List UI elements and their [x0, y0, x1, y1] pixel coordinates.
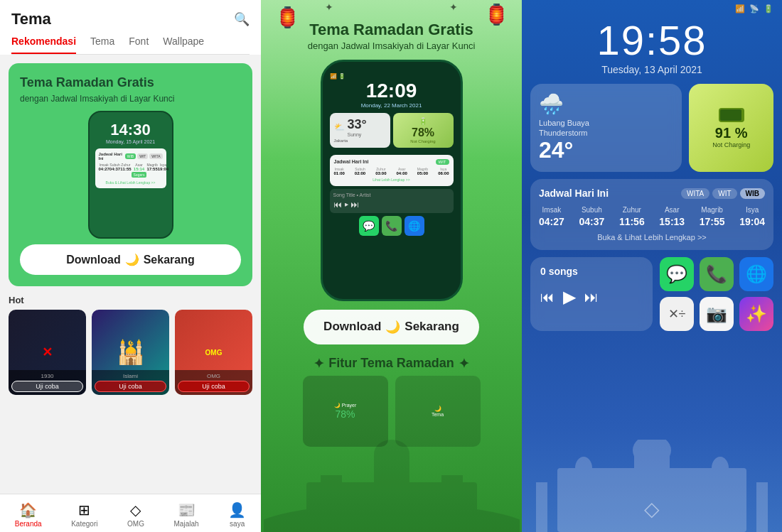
- app-row-1: 💬 📞 🌐: [660, 257, 773, 291]
- battery-status-right: Not Charging: [712, 141, 750, 148]
- app-maps[interactable]: 🌐: [739, 257, 773, 291]
- tab-wallpaper[interactable]: Wallpape: [163, 36, 204, 54]
- badge-wita[interactable]: WITA: [149, 153, 162, 159]
- app-icons-right: 💬 📞 🌐 ✕÷ 📷 ✨: [660, 257, 773, 331]
- hot-item-2: 🕌 Islami Uji coba: [92, 310, 169, 395]
- svg-rect-14: [756, 482, 768, 532]
- nav-omg[interactable]: ◇ OMG: [122, 500, 150, 529]
- phone-time-left: 14:30: [110, 121, 150, 139]
- phone-mockup-left: 14:30 Monday, 15 April 2021 Jadwal Hari …: [88, 111, 173, 239]
- app-camera[interactable]: 📷: [700, 297, 734, 331]
- wifi-icon-right: 📡: [749, 4, 759, 13]
- moon-icon-mid: 🌙: [385, 320, 400, 335]
- mosque-silhouette-mid: [261, 440, 522, 532]
- prayer-link-left[interactable]: Buka & Lihat Lebih Lengkap >>: [99, 180, 163, 185]
- right-panel: 📶 📡 🔋 19:58 Tuesday, 13 April 2021 🌧️ Lu…: [522, 0, 782, 532]
- diamond-nav-icon: ◇: [130, 501, 141, 519]
- nav-majalah[interactable]: 📰 Majalah: [168, 500, 205, 529]
- badge-wib[interactable]: WIB: [125, 153, 136, 159]
- battery-widget-right: 91 % Not Charging: [689, 84, 773, 172]
- nav-kategori[interactable]: ⊞ Kategori: [65, 500, 103, 529]
- weather-widget-mid: ⛅ 33° Sunny Jakarta: [330, 113, 390, 148]
- tab-rekomendasi[interactable]: Rekomendasi: [11, 36, 76, 54]
- download-btn-left[interactable]: Download 🌙 Sekarang: [20, 244, 241, 275]
- badge-wib-right[interactable]: WIB: [740, 188, 765, 199]
- weather-temp-right: 24°: [539, 137, 673, 163]
- svg-point-11: [575, 457, 592, 479]
- phone-mid-time: 12:09: [330, 80, 454, 102]
- search-icon[interactable]: 🔍: [234, 11, 250, 27]
- middle-panel: 🏮 🏮 ✦ ✦ Tema Ramadan Gratis dengan Jadwa…: [261, 0, 522, 532]
- fitur-previews: 🌙 Prayer 78% 🌙 Tema: [303, 376, 481, 447]
- nav-saya[interactable]: 👤 saya: [223, 500, 252, 529]
- app-galaxy[interactable]: ✨: [739, 297, 773, 331]
- theme-card-title: Tema Ramadan Gratis: [20, 75, 241, 91]
- uji-coba-btn-3[interactable]: Uji coba: [178, 381, 250, 392]
- fitur-deco-left: ✦: [314, 356, 324, 371]
- app-row-2: ✕÷ 📷 ✨: [660, 297, 773, 331]
- hot-item-3: OMG OMG Uji coba: [175, 310, 252, 395]
- weather-location-right: Lubang Buaya: [539, 119, 673, 127]
- battery-status-icon: 🔋: [764, 4, 773, 13]
- music-widget-right: 0 songs ⏮ ▶ ⏭: [530, 257, 653, 331]
- grid-icon: ⊞: [78, 501, 90, 519]
- app-phone[interactable]: 📞: [700, 257, 734, 291]
- middle-title: Tema Ramadan Gratis: [308, 20, 476, 40]
- prayer-tz-badges: WITA WIT WIB: [681, 188, 765, 199]
- weather-temp-mid: 33°: [348, 117, 367, 132]
- phone-mockup-mid: 📶🔋 12:09 Monday, 22 March 2021 ⛅ 33° Sun…: [321, 60, 463, 301]
- weather-widget-right: 🌧️ Lubang Buaya Thunderstorm 24°: [530, 84, 682, 172]
- app-whatsapp[interactable]: 💬: [660, 257, 694, 291]
- hot-item-1: ✕ 1930 Uji coba: [9, 310, 86, 395]
- app-calculator[interactable]: ✕÷: [660, 297, 694, 331]
- user-icon: 👤: [228, 501, 246, 519]
- prayer-times-grid-right: Imsak04:27 Subuh04:37 Zuhur11:56 Asar15:…: [539, 206, 765, 227]
- fitur-title: ✦ Fitur Tema Ramadan ✦: [314, 356, 469, 371]
- hot-items: ✕ 1930 Uji coba 🕌 Islami Uji coba OMG: [9, 310, 252, 395]
- tab-tema[interactable]: Tema: [90, 36, 114, 54]
- left-content: Tema Ramadan Gratis dengan Jadwal Imsaki…: [0, 55, 261, 494]
- svg-rect-5: [441, 475, 463, 532]
- prayer-widget-left: Jadwal Hari Ini WIB WIT WITA Imsak 04:27: [95, 148, 166, 188]
- right-date: Tuesday, 13 April 2021: [522, 64, 782, 75]
- battery-widget-mid: 🔋 78% Not Charging: [393, 113, 454, 148]
- battery-icon-right: [719, 108, 744, 122]
- left-tabs: Rekomendasi Tema Font Wallpape: [11, 36, 250, 55]
- prayer-widget-mid: Jadwal Hari Ini WIT Imsak01:00 Subuh02:0…: [330, 155, 454, 186]
- badge-wita-right[interactable]: WITA: [681, 188, 709, 199]
- left-panel: Tema 🔍 Rekomendasi Tema Font Wallpape Te…: [0, 0, 261, 532]
- download-btn-mid[interactable]: Download 🌙 Sekarang: [304, 310, 479, 344]
- tab-font[interactable]: Font: [129, 36, 149, 54]
- home-icon: 🏠: [19, 501, 37, 519]
- uji-coba-btn-1[interactable]: Uji coba: [11, 381, 83, 392]
- magazine-icon: 📰: [178, 501, 196, 519]
- badge-wit-right[interactable]: WIT: [712, 188, 737, 199]
- right-time: 19:58: [522, 13, 782, 64]
- fitur-preview-1: 🌙 Prayer 78%: [303, 376, 388, 447]
- theme-card: Tema Ramadan Gratis dengan Jadwal Imsaki…: [9, 63, 252, 286]
- fitur-preview-2: 🌙 Tema: [395, 376, 481, 447]
- widget-row-music-apps: 0 songs ⏮ ▶ ⏭ 💬 📞 🌐 ✕÷ 📷 ✨: [530, 257, 773, 331]
- weather-icon-right: 🌧️: [539, 92, 673, 116]
- diamond-icon: ◇: [644, 497, 660, 521]
- badge-wit[interactable]: WIT: [137, 153, 148, 159]
- next-btn[interactable]: ⏭: [584, 289, 599, 305]
- weather-condition-right: Thunderstorm: [539, 129, 673, 137]
- uji-coba-btn-2[interactable]: Uji coba: [95, 381, 166, 392]
- nav-beranda[interactable]: 🏠 Beranda: [9, 500, 48, 529]
- prayer-title-left: Jadwal Hari Ini: [99, 152, 125, 161]
- middle-subtitle: dengan Jadwal Imsakiyah di Layar Kunci: [308, 40, 476, 51]
- hot-label: Hot: [9, 295, 252, 305]
- signal-icon-right: 📶: [735, 4, 745, 13]
- app-title: Tema: [11, 10, 51, 28]
- svg-rect-4: [321, 475, 342, 532]
- prayer-widget-right: Jadwal Hari Ini WITA WIT WIB Imsak04:27 …: [530, 179, 773, 250]
- bottom-nav: 🏠 Beranda ⊞ Kategori ◇ OMG 📰 Majalah 👤 s…: [0, 494, 261, 532]
- phone-mid-date: Monday, 22 March 2021: [330, 102, 454, 109]
- fitur-deco-right: ✦: [459, 356, 469, 371]
- prayer-more-link-right[interactable]: Buka & Lihat Lebih Lengkap >>: [539, 233, 765, 241]
- battery-percent-right: 91 %: [715, 125, 748, 141]
- prev-btn[interactable]: ⏮: [540, 289, 555, 305]
- moon-icon-left: 🌙: [125, 253, 139, 266]
- play-btn[interactable]: ▶: [563, 287, 576, 307]
